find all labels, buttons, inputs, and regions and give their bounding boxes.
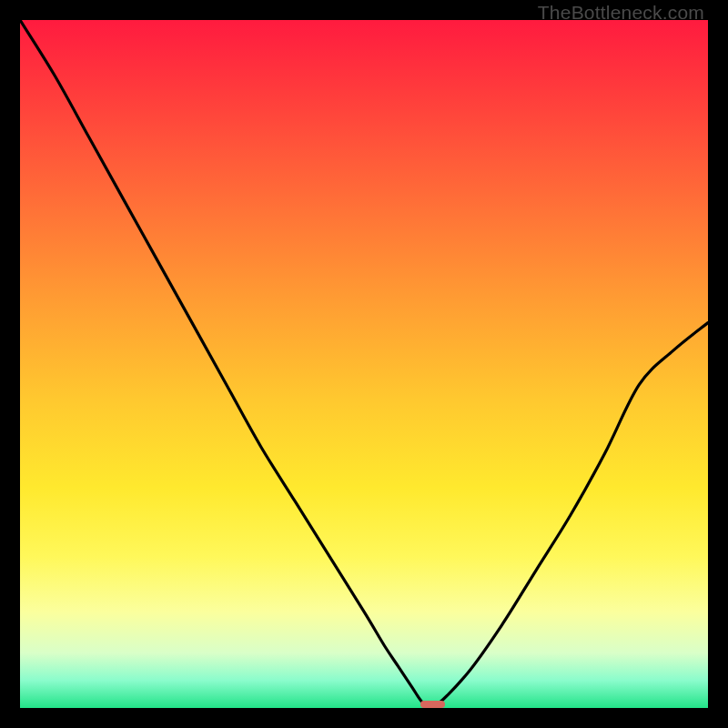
minimum-marker xyxy=(420,701,444,708)
plot-area xyxy=(20,20,708,708)
chart-frame: TheBottleneck.com xyxy=(0,0,728,728)
bottleneck-curve xyxy=(20,20,708,708)
